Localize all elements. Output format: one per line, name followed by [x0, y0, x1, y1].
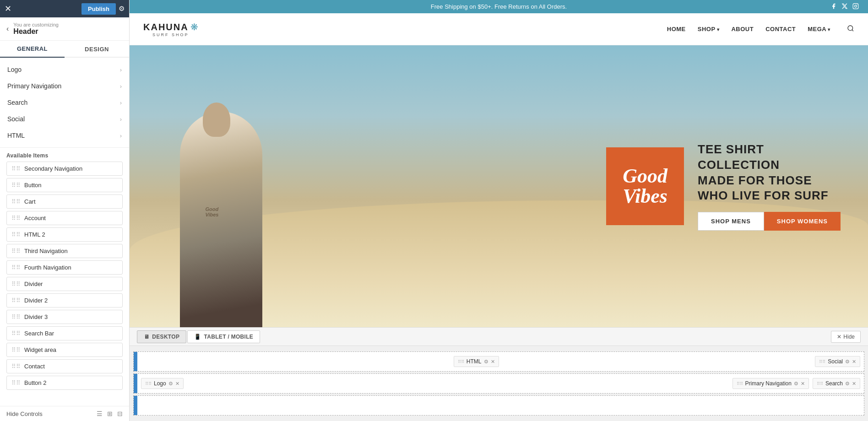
grid-view-icon[interactable]: ⊞: [107, 410, 113, 417]
svg-point-1: [855, 5, 857, 7]
list-item[interactable]: ⠿⠿ Widget area: [6, 343, 123, 357]
builder-item-search[interactable]: ⠿⠿ Search ⚙ ✕: [813, 378, 860, 389]
drag-handle-icon: ⠿⠿: [11, 215, 21, 221]
drag-handle-icon: ⠿⠿: [11, 297, 21, 304]
device-tabs: 🖥 DESKTOP 📱 TABLET / MOBILE ✕ Hide: [130, 328, 868, 346]
svg-rect-0: [853, 3, 858, 9]
list-item[interactable]: ⠿⠿ Button: [6, 178, 123, 192]
item-label: Secondary Navigation: [24, 165, 82, 172]
hide-button[interactable]: ✕ Hide: [831, 331, 861, 343]
builder-item-close-icon[interactable]: ✕: [801, 381, 805, 387]
breadcrumb-main: Header: [13, 27, 59, 36]
shop-mens-button[interactable]: SHOP MENS: [698, 212, 764, 231]
settings-item-search[interactable]: Search ›: [0, 94, 129, 111]
builder-item-close-icon[interactable]: ✕: [852, 359, 856, 365]
tab-design[interactable]: DESIGN: [65, 41, 129, 58]
tab-desktop[interactable]: 🖥 DESKTOP: [137, 330, 186, 343]
instagram-icon[interactable]: [852, 3, 859, 11]
nav-link-contact[interactable]: CONTACT: [765, 26, 796, 32]
builder-item-close-icon[interactable]: ✕: [175, 381, 179, 387]
settings-item-social[interactable]: Social ›: [0, 111, 129, 127]
twitter-x-icon[interactable]: [841, 3, 848, 11]
settings-item-primary-navigation[interactable]: Primary Navigation ›: [0, 78, 129, 94]
builder-item-gear-icon[interactable]: ⚙: [845, 359, 850, 365]
item-label: Widget area: [24, 346, 56, 353]
shop-womens-button[interactable]: SHOP WOMENS: [764, 212, 841, 231]
facebook-icon[interactable]: [830, 3, 837, 11]
item-label: Divider 3: [24, 313, 48, 320]
tab-tablet-mobile[interactable]: 📱 TABLET / MOBILE: [187, 330, 260, 343]
settings-item-label: HTML: [7, 132, 25, 139]
list-item[interactable]: ⠿⠿ Account: [6, 211, 123, 225]
builder-item-close-icon[interactable]: ✕: [852, 381, 856, 387]
settings-item-html[interactable]: HTML ›: [0, 127, 129, 144]
settings-item-label: Primary Navigation: [7, 82, 61, 90]
settings-item-logo[interactable]: Logo ›: [0, 61, 129, 78]
list-view-icon[interactable]: ☰: [97, 410, 103, 417]
row-content: [137, 397, 864, 414]
settings-gear-icon[interactable]: ⚙: [119, 5, 125, 13]
builder-item-gear-icon[interactable]: ⚙: [168, 381, 173, 387]
device-tabs-left: 🖥 DESKTOP 📱 TABLET / MOBILE: [137, 330, 260, 343]
svg-line-4: [852, 30, 853, 31]
list-item[interactable]: ⠿⠿ Divider 3: [6, 310, 123, 324]
drag-handle-icon: ⠿⠿: [11, 330, 21, 337]
notification-text: Free Shipping on $50+. Free Returns on A…: [431, 3, 567, 10]
item-label: Divider 2: [24, 297, 48, 304]
publish-button[interactable]: Publish: [81, 3, 116, 15]
available-items-label: Available Items: [0, 148, 129, 162]
builder-item-social[interactable]: ⠿⠿ Social ⚙ ✕: [815, 356, 860, 367]
drag-handle-icon: ⠿⠿: [11, 363, 21, 370]
row-content: ⠿⠿ HTML ⚙ ✕ ⠿⠿ Social ⚙ ✕: [137, 354, 864, 369]
settings-view-icon[interactable]: ⊟: [117, 410, 123, 417]
close-button[interactable]: ✕: [5, 5, 11, 13]
list-item[interactable]: ⠿⠿ Search Bar: [6, 326, 123, 340]
nav-search-icon[interactable]: [847, 25, 854, 34]
builder-item-primary-nav[interactable]: ⠿⠿ Primary Navigation ⚙ ✕: [732, 378, 809, 389]
nav-link-home[interactable]: HOME: [667, 26, 686, 32]
builder-item-label: Primary Navigation: [745, 380, 792, 387]
tagline-line-2: COLLECTION: [698, 157, 841, 173]
nav-link-mega[interactable]: MEGA: [808, 26, 830, 32]
row-indicator: [134, 396, 137, 415]
nav-link-shop[interactable]: SHOP: [698, 26, 720, 32]
builder-item-close-icon[interactable]: ✕: [491, 359, 495, 365]
tab-general[interactable]: GENERAL: [0, 41, 65, 58]
list-item[interactable]: ⠿⠿ Contact: [6, 359, 123, 373]
list-item[interactable]: ⠿⠿ Cart: [6, 194, 123, 209]
hero-tagline-block: TEE SHIRT COLLECTION MADE FOR THOSE WHO …: [698, 142, 841, 231]
tablet-icon: 📱: [194, 334, 201, 340]
settings-item-label: Logo: [7, 66, 22, 73]
settings-list: Logo › Primary Navigation › Search › Soc…: [0, 58, 129, 148]
list-item[interactable]: ⠿⠿ HTML 2: [6, 227, 123, 242]
list-item[interactable]: ⠿⠿ Divider: [6, 277, 123, 291]
builder-item-logo[interactable]: ⠿⠿ Logo ⚙ ✕: [141, 378, 184, 389]
hide-controls-bar: Hide Controls ☰ ⊞ ⊟: [0, 406, 129, 421]
right-panel: Free Shipping on $50+. Free Returns on A…: [130, 0, 868, 421]
back-button[interactable]: ‹: [6, 25, 9, 33]
desktop-icon: 🖥: [144, 334, 149, 340]
notification-bar: Free Shipping on $50+. Free Returns on A…: [130, 0, 868, 13]
builder-item-gear-icon[interactable]: ⚙: [484, 359, 488, 365]
drag-handle-icon: ⠿⠿: [819, 359, 825, 364]
item-label: Cart: [24, 198, 36, 205]
left-panel: ✕ Publish ⚙ ‹ You are customizing Header…: [0, 0, 130, 421]
top-bar-actions: Publish ⚙: [81, 3, 125, 15]
drag-list: ⠿⠿ Secondary Navigation ⠿⠿ Button ⠿⠿ Car…: [0, 162, 129, 406]
drag-handle-icon: ⠿⠿: [11, 198, 21, 205]
builder-item-html[interactable]: ⠿⠿ HTML ⚙ ✕: [454, 356, 499, 367]
list-item[interactable]: ⠿⠿ Secondary Navigation: [6, 162, 123, 176]
hide-label: Hide: [843, 334, 855, 340]
item-label: Account: [24, 215, 46, 221]
builder-item-label: HTML: [467, 358, 482, 365]
list-item[interactable]: ⠿⠿ Third Navigation: [6, 244, 123, 258]
list-item[interactable]: ⠿⠿ Button 2: [6, 376, 123, 390]
list-item[interactable]: ⠿⠿ Fourth Navigation: [6, 260, 123, 275]
builder-row-1: ⠿⠿ HTML ⚙ ✕ ⠿⠿ Social ⚙ ✕: [133, 351, 864, 372]
list-item[interactable]: ⠿⠿ Divider 2: [6, 293, 123, 308]
builder-item-gear-icon[interactable]: ⚙: [794, 381, 798, 387]
panel-tabs: GENERAL DESIGN: [0, 41, 129, 58]
builder-item-gear-icon[interactable]: ⚙: [845, 381, 850, 387]
hide-x-icon: ✕: [837, 334, 841, 340]
nav-link-about[interactable]: ABOUT: [731, 26, 754, 32]
